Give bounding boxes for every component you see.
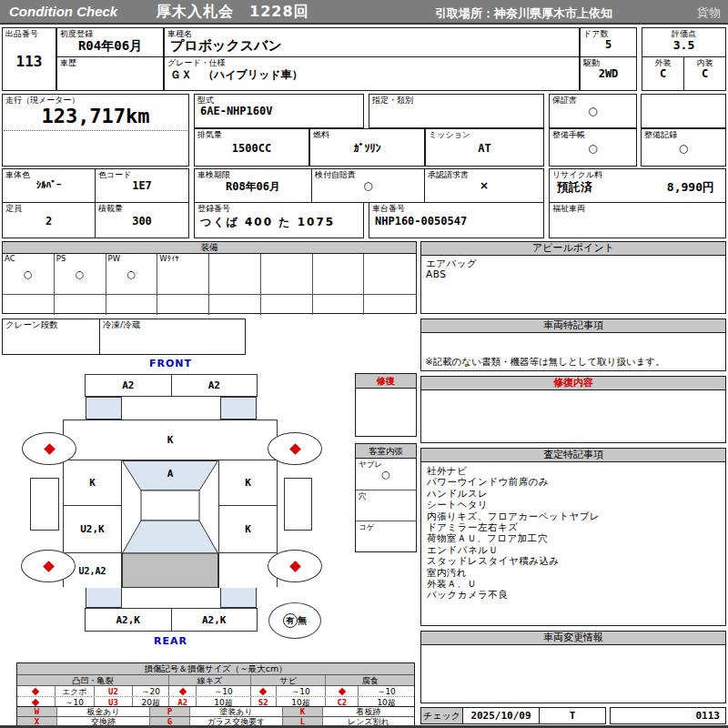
interior-label: 内装 [684, 57, 725, 67]
welfare-vehicle-label: 福祉車両 [550, 203, 725, 213]
legend-scratch-size: ～10 [197, 686, 251, 696]
legend-category-scratch: 線キズ [169, 675, 251, 685]
appeal-points-title: アピールポイント [421, 242, 725, 256]
front-bumper: A2 A2 [85, 374, 258, 397]
model-code-cell: 型式 6AE-NHP160V [194, 94, 364, 128]
history-cell: 車歴 [57, 57, 163, 67]
maintenance-book-cell: 整備手帳 ○ [549, 128, 637, 167]
recycle-status: 預託済 [557, 179, 592, 196]
legend-category-dent: 凸凹・亀裂 [17, 675, 169, 685]
legend-category-corrosion: 腐食 [326, 675, 414, 685]
exterior-label: 外装 [642, 57, 683, 67]
legend-corrosion-size: ～10 [359, 686, 414, 696]
displacement-cell: 排気量 1500CC [194, 128, 309, 167]
first-registration-cell: 初度登録 R04年06月 [57, 28, 163, 57]
cabin-lining-title: 客室内張 [356, 444, 416, 459]
body-color-cell: 車体色 ｼﾙﾊﾞｰ [2, 168, 96, 203]
equip-value: ○ [3, 268, 54, 280]
assessment-line: バックカメラ不良 [427, 589, 720, 600]
car-body: K K U2,K U2,A2 K K A [63, 420, 278, 587]
legend-dent-size: ～20 [133, 686, 169, 696]
assessment-line: 外装Ａ、Ｕ [427, 578, 720, 589]
lot-number-cell: 出品番号 113 [2, 27, 56, 91]
mileage-value: 123,717km [4, 105, 187, 131]
front-right-corner [220, 397, 257, 420]
damage-diamond-icon [17, 686, 56, 696]
cabin-hole-label: 穴 [356, 490, 416, 500]
wheel-damage-diamond-icon [289, 561, 301, 572]
crane-label: クレーン段数 [3, 319, 99, 329]
auction-title: 厚木入札会 1228回 [157, 3, 309, 22]
vehicle-notes-panel: 車両特記事項 ※記載のない書類・機器等は無しとして取り扱います。 [420, 318, 726, 371]
equipment-row-2 [3, 295, 416, 315]
designation-cell: 指定・類別 [369, 94, 544, 128]
inspection-expiry-label: 車検期限 [195, 169, 311, 179]
equip-cell-empty [313, 254, 365, 294]
hood-panel: K [64, 420, 277, 460]
insurance-label: 検付自賠責 [312, 169, 424, 179]
doors-value: 5 [581, 38, 636, 51]
load-capacity-cell: 積載量 300 [95, 202, 189, 238]
reefer-cell: 冷凍/冷蔵 [99, 318, 246, 355]
code-k: K [283, 707, 323, 716]
damage-diagram: FRONT A2 A2 K K U2,K U2,A2 K K A A2,K [0, 355, 355, 660]
recycle-fee-cell: リサイクル料 預託済 8,990円 [549, 168, 726, 203]
legend-category-row: 凸凹・亀裂 線キズ サビ 腐食 [17, 675, 414, 686]
vehicle-change-panel: 車両変更情報 [420, 631, 726, 703]
equip-label [364, 254, 416, 255]
registration-no-label: 登録番号 [195, 203, 363, 213]
inspection-expiry-cell: 車検期限 R08年06月 [194, 168, 312, 203]
repair-flag-box: 修復 [355, 373, 417, 437]
equip-label: Wﾀｲﾔ [157, 254, 208, 263]
sheet-code-box: 0113 [610, 707, 726, 724]
registration-no-value: つくば 400 た 1075 [195, 215, 363, 230]
equip-cell-empty [364, 254, 416, 294]
capacity-label: 定員 [3, 203, 95, 213]
lot-number-label: 出品番号 [3, 28, 56, 38]
cabin-tear-cell: ヤブレ ○ [356, 459, 416, 490]
maintenance-record-value: ○ [642, 142, 725, 155]
chassis-no-label: 車台番号 [369, 203, 543, 213]
repair-flag-title: 修復 [356, 374, 416, 389]
equip-cell-pw: PW○ [106, 254, 158, 294]
equip-empty-cell [364, 295, 416, 315]
mileage-label: 走行（現メーター） [3, 95, 188, 105]
equip-cell-wtire: Wﾀｲﾔ [157, 254, 209, 294]
wheel-damage-diamond-icon [44, 443, 56, 455]
title-bar: Condition Check 厚木入札会 1228回 引取場所：神奈川県厚木市… [0, 0, 728, 25]
assessment-line: ハンドルスレ [427, 488, 720, 499]
left-door-panel: U2,K [64, 506, 122, 553]
assessment-line: スタッドレスタイヤ積み込み [427, 555, 720, 566]
warranty-label: 保証書 [550, 95, 636, 105]
front-label: FRONT [85, 358, 257, 369]
equipment-section: 装備 AC○ PS○ PW○ Wﾀｲﾔ [2, 241, 417, 314]
legend-dent-name: エクボ [56, 686, 95, 696]
model-name-cell: 車種名 プロボックスバン [165, 28, 579, 57]
fuel-cell: 燃料 ｶﾞｿﾘﾝ [309, 128, 425, 167]
equip-empty-cell [157, 295, 209, 315]
chassis-no-value: NHP160-0050547 [369, 215, 543, 228]
crane-cell: クレーン段数 [2, 318, 100, 355]
inspection-expiry-value: R08年06月 [195, 179, 311, 195]
repair-content-title: 修復内容 [421, 377, 725, 390]
lot-number-value: 113 [3, 53, 56, 70]
equip-cell-ps: PS○ [55, 254, 106, 294]
reg-history-cell: 初度登録 R04年06月 車歴 [56, 27, 164, 91]
recycle-fee-value: 8,990円 [667, 179, 714, 196]
approval-request-label: 承認請求書 [425, 169, 543, 179]
front-right-wheel [268, 432, 322, 465]
check-date: 2025/10/09 [463, 708, 540, 723]
legend-title: 損傷記号＆損傷サイズ（～最大cm） [17, 663, 414, 675]
equip-cell-empty [209, 254, 261, 294]
first-registration-label: 初度登録 [57, 28, 163, 38]
right-step-panel [284, 478, 312, 531]
equip-cell-empty [261, 254, 313, 294]
load-capacity-value: 300 [96, 215, 188, 228]
rear-bumper: A2,K A2,K [85, 608, 258, 632]
assessment-line: ドアミラー左右キズ [427, 521, 720, 532]
model-grade-cell: 車種名 プロボックスバン グレード・仕様 ＧＸ （ハイブリッド車） [164, 27, 580, 91]
fuel-label: 燃料 [310, 129, 424, 139]
rear-right-corner [220, 587, 257, 608]
model-code-label: 型式 [195, 95, 363, 105]
equip-empty-cell [261, 295, 313, 315]
